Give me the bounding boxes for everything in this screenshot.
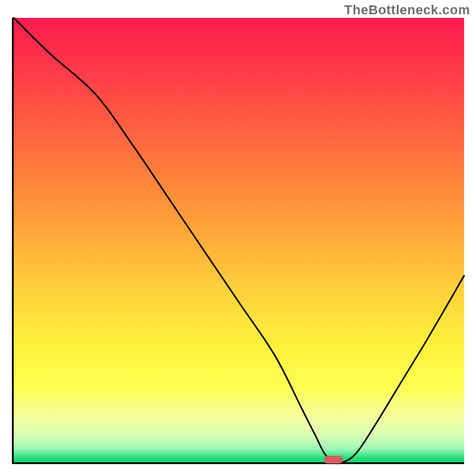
- bottleneck-curve: [14, 18, 464, 464]
- curve-layer: [14, 18, 464, 462]
- plot-area: [12, 18, 464, 464]
- chart-canvas: TheBottleneck.com: [0, 0, 476, 476]
- watermark-text: TheBottleneck.com: [345, 2, 470, 18]
- optimal-marker: [324, 456, 343, 464]
